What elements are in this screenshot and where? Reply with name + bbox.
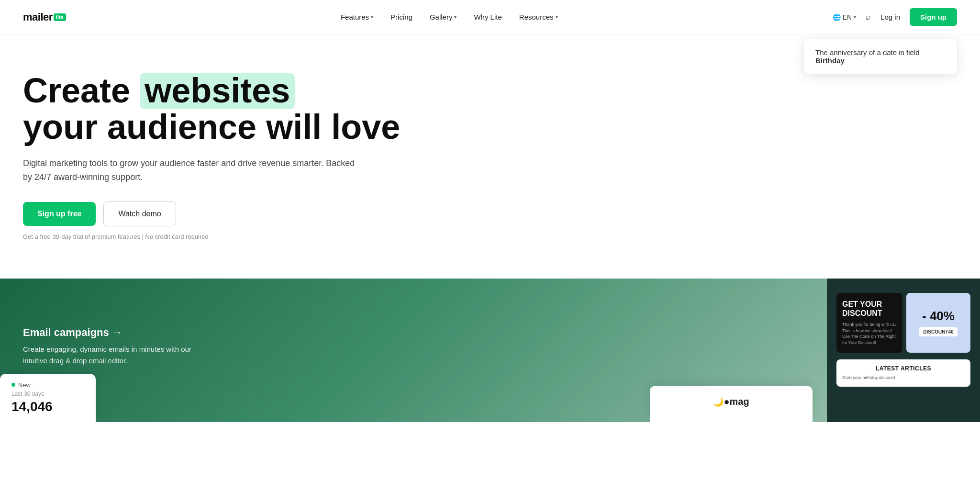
email-preview: 🌙●mag <box>650 386 813 422</box>
nav-pricing[interactable]: Pricing <box>390 13 412 21</box>
login-button[interactable]: Log in <box>880 13 900 21</box>
nav-resources[interactable]: Resources ▾ <box>519 13 558 21</box>
nav-features[interactable]: Features ▾ <box>341 13 373 21</box>
hero-buttons: Sign up free Watch demo <box>23 201 408 226</box>
chevron-down-icon: ▾ <box>454 14 457 20</box>
email-logo: 🌙●mag <box>659 395 803 408</box>
search-icon[interactable]: ⌕ <box>866 12 871 22</box>
latest-articles-body: Grab your birthday discount <box>842 375 965 381</box>
logo-text: mailer <box>23 11 53 23</box>
discount-dark-card: GET YOUR DISCOUNT Thank you for being wi… <box>836 293 902 353</box>
main-visual-area: Email campaigns → Create engaging, dynam… <box>0 279 980 422</box>
chevron-down-icon: ▾ <box>371 14 373 20</box>
latest-articles-title: LATEST ARTICLES <box>842 365 965 372</box>
email-campaigns-title: Email campaigns → <box>23 326 216 339</box>
hero-highlight: websites <box>140 73 295 109</box>
hero-section: Create websites your audience will love … <box>0 34 980 240</box>
discount-code: DISCOUNT40 <box>919 327 957 336</box>
logo[interactable]: mailerlite <box>23 11 66 23</box>
badge-period: Last 30 days <box>11 391 84 397</box>
discount-light-card: - 40% DISCOUNT40 <box>906 293 970 353</box>
signup-free-button[interactable]: Sign up free <box>23 202 96 226</box>
right-panel: GET YOUR DISCOUNT Thank you for being wi… <box>827 279 980 422</box>
discount-body: Thank you for being with us. This is how… <box>842 322 897 346</box>
navbar: mailerlite Features ▾ Pricing Gallery ▾ … <box>0 0 980 34</box>
discount-percentage: - 40% <box>922 309 955 324</box>
nav-right: 🌐 EN ▾ ⌕ Log in Sign up <box>833 8 957 26</box>
discount-row: GET YOUR DISCOUNT Thank you for being wi… <box>836 293 970 353</box>
logo-badge: lite <box>54 13 66 21</box>
latest-articles: LATEST ARTICLES Grab your birthday disco… <box>836 359 970 387</box>
status-dot <box>11 383 15 387</box>
email-campaigns-description: Create engaging, dynamic emails in minut… <box>23 344 216 367</box>
nav-links: Features ▾ Pricing Gallery ▾ Why Lite Re… <box>341 13 558 21</box>
watch-demo-button[interactable]: Watch demo <box>103 201 176 226</box>
badge-status: New <box>11 381 84 389</box>
discount-title: GET YOUR DISCOUNT <box>842 300 897 318</box>
badge-count: 14,046 <box>11 399 84 414</box>
nav-why-lite[interactable]: Why Lite <box>474 13 501 21</box>
chevron-down-icon: ▾ <box>556 14 558 20</box>
hero-title: Create websites your audience will love <box>23 73 408 145</box>
language-selector[interactable]: 🌐 EN ▾ <box>833 13 856 21</box>
anniversary-card: The anniversary of a date in field Birth… <box>804 39 957 74</box>
chevron-down-icon: ▾ <box>854 14 856 20</box>
birthday-field: Birthday <box>815 56 845 65</box>
globe-icon: 🌐 <box>833 13 841 21</box>
nav-gallery[interactable]: Gallery ▾ <box>430 13 457 21</box>
hero-note: Get a free 30-day trial of premium featu… <box>23 233 408 240</box>
main-visual: Email campaigns → Create engaging, dynam… <box>0 279 980 422</box>
hero-subtitle: Digital marketing tools to grow your aud… <box>23 156 358 184</box>
subscribers-badge: New Last 30 days 14,046 <box>0 374 96 422</box>
signup-button[interactable]: Sign up <box>910 8 957 26</box>
